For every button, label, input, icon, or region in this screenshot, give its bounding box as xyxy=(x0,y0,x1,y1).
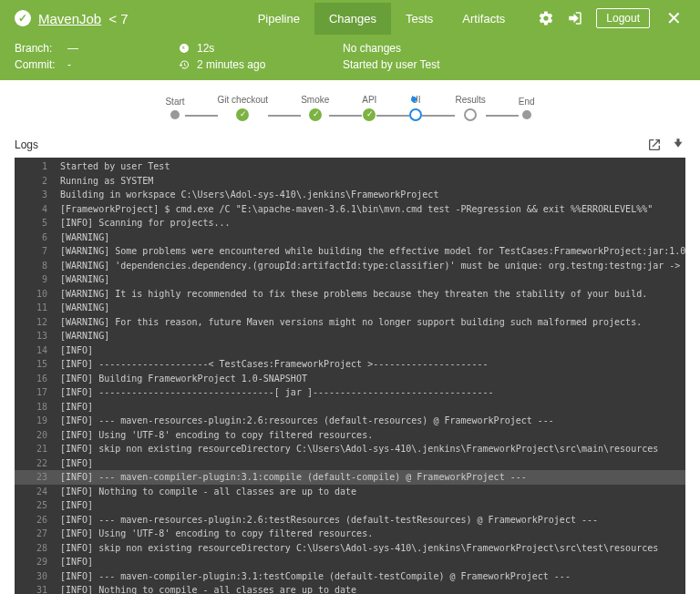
logs-section: Logs 1Started by user Test2Running as SY… xyxy=(0,128,700,594)
log-line: 24[INFO] Nothing to compile - all classe… xyxy=(15,485,685,499)
tab-pipeline[interactable]: Pipeline xyxy=(243,3,314,35)
log-line: 17[INFO] -------------------------------… xyxy=(15,385,685,400)
log-line: 2Running as SYSTEM xyxy=(15,174,685,189)
log-line: 19[INFO] --- maven-resources-plugin:2.6:… xyxy=(15,414,685,428)
status-check-icon: ✓ xyxy=(15,10,31,26)
commit-value: - xyxy=(67,58,71,71)
log-line: 14[INFO] xyxy=(15,343,685,358)
logout-button[interactable]: Logout xyxy=(596,8,650,28)
log-line: 6[WARNING] xyxy=(15,230,685,245)
log-line: 29[INFO] xyxy=(15,555,685,569)
history-icon xyxy=(179,59,190,70)
log-line: 12[WARNING] For this reason, future Mave… xyxy=(15,315,685,330)
log-line: 22[INFO] xyxy=(15,456,685,471)
stage-start[interactable]: Start xyxy=(165,97,184,119)
cause-value: Started by user Test xyxy=(343,58,440,71)
tab-changes[interactable]: Changes xyxy=(314,3,391,35)
exit-icon[interactable] xyxy=(567,10,583,26)
stage-git-checkout[interactable]: Git checkout xyxy=(218,95,269,121)
log-output[interactable]: 1Started by user Test2Running as SYSTEM3… xyxy=(15,158,685,594)
pipeline-graph: StartGit checkoutSmokeAPIUIResultsEnd xyxy=(0,80,700,128)
commit-label: Commit: xyxy=(15,58,60,71)
stage-api[interactable]: API xyxy=(362,95,376,121)
log-line: 7[WARNING] Some problems were encountere… xyxy=(15,244,685,259)
branch-value: — xyxy=(67,42,78,55)
tab-artifacts[interactable]: Artifacts xyxy=(448,3,520,35)
job-name-link[interactable]: MavenJob xyxy=(38,11,101,26)
open-external-icon[interactable] xyxy=(647,138,662,152)
log-line: 18[INFO] xyxy=(15,400,685,415)
tabs: PipelineChangesTestsArtifacts xyxy=(243,3,520,35)
log-line: 16[INFO] Building FrameworkProject 1.0-S… xyxy=(15,372,685,386)
log-line: 11[WARNING] xyxy=(15,301,685,315)
log-line: 27[INFO] Using 'UTF-8' encoding to copy … xyxy=(15,527,685,541)
clock-icon xyxy=(179,43,190,54)
download-icon[interactable] xyxy=(671,138,685,152)
header: ✓ MavenJob < 7 PipelineChangesTestsArtif… xyxy=(0,0,700,80)
branch-label: Branch: xyxy=(15,42,60,55)
log-line: 21[INFO] skip non existing resourceDirec… xyxy=(15,442,685,456)
header-meta: Branch:— Commit:- 12s 2 minutes ago No c… xyxy=(0,36,700,80)
log-line: 10[WARNING] It is highly recommended to … xyxy=(15,287,685,302)
close-icon[interactable]: ✕ xyxy=(663,7,685,29)
stage-smoke[interactable]: Smoke xyxy=(301,95,329,121)
stage-results[interactable]: Results xyxy=(455,95,485,121)
header-actions: Logout ✕ xyxy=(538,7,685,29)
stage-ui[interactable]: UI xyxy=(409,95,422,121)
header-left: ✓ MavenJob < 7 xyxy=(15,10,243,26)
log-line: 26[INFO] --- maven-resources-plugin:2.6:… xyxy=(15,513,685,527)
header-top: ✓ MavenJob < 7 PipelineChangesTestsArtif… xyxy=(0,0,700,36)
logs-title: Logs xyxy=(15,138,38,151)
tab-tests[interactable]: Tests xyxy=(391,3,448,35)
log-line: 8[WARNING] 'dependencies.dependency.(gro… xyxy=(15,259,685,273)
duration-value: 12s xyxy=(197,42,214,55)
log-line: 13[WARNING] xyxy=(15,329,685,343)
age-value: 2 minutes ago xyxy=(197,58,265,71)
log-line: 31[INFO] Nothing to compile - all classe… xyxy=(15,583,685,594)
log-line: 28[INFO] skip non existing resourceDirec… xyxy=(15,541,685,556)
gear-icon[interactable] xyxy=(538,10,554,26)
stage-end[interactable]: End xyxy=(519,97,535,119)
log-line: 20[INFO] Using 'UTF-8' encoding to copy … xyxy=(15,428,685,443)
changes-value: No changes xyxy=(343,42,401,55)
log-line: 3Building in workspace C:\Users\Adol-sys… xyxy=(15,188,685,202)
log-line: 23[INFO] --- maven-compiler-plugin:3.1:c… xyxy=(15,470,685,485)
log-line: 4[FrameworkProject] $ cmd.exe /C "E:\apa… xyxy=(15,202,685,217)
run-number: < 7 xyxy=(108,11,128,26)
log-line: 15[INFO] --------------------< TestCases… xyxy=(15,357,685,372)
log-line: 9[WARNING] xyxy=(15,272,685,287)
log-line: 25[INFO] xyxy=(15,498,685,513)
log-line: 1Started by user Test xyxy=(15,159,685,174)
log-line: 30[INFO] --- maven-compiler-plugin:3.1:t… xyxy=(15,569,685,584)
log-line: 5[INFO] Scanning for projects... xyxy=(15,216,685,230)
